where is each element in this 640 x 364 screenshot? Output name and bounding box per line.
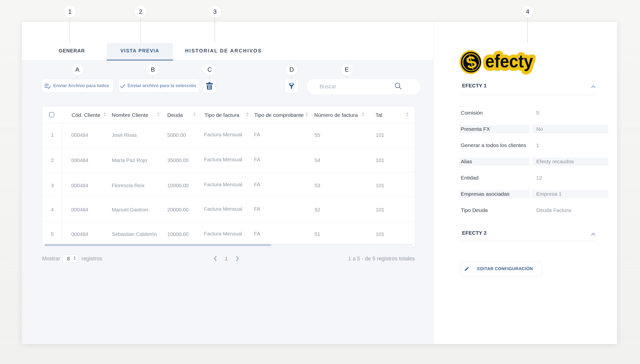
svg-text:efecty: efecty bbox=[485, 51, 533, 71]
